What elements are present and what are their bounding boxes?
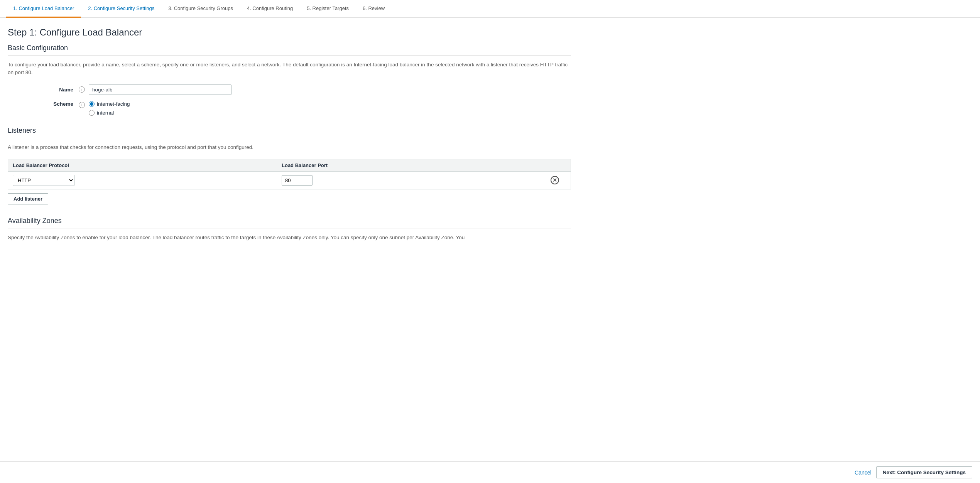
- scheme-radio-group: internet-facing internal: [89, 101, 130, 116]
- tab-register-targets[interactable]: 5. Register Targets: [300, 0, 356, 18]
- availability-title: Availability Zones: [8, 217, 571, 225]
- scheme-internal-option[interactable]: internal: [89, 110, 130, 116]
- listeners-section: Listeners A listener is a process that c…: [8, 127, 571, 204]
- page-title: Step 1: Configure Load Balancer: [8, 27, 571, 38]
- wizard-nav: 1. Configure Load Balancer 2. Configure …: [0, 0, 980, 18]
- scheme-info-icon: i: [79, 102, 85, 108]
- port-input[interactable]: [282, 175, 313, 186]
- scheme-internet-facing-label: internet-facing: [97, 101, 130, 107]
- add-listener-button[interactable]: Add listener: [8, 193, 48, 204]
- tab-configure-load-balancer[interactable]: 1. Configure Load Balancer: [6, 0, 81, 18]
- basic-config-description: To configure your load balancer, provide…: [8, 61, 571, 77]
- scheme-field-row: Scheme i internet-facing internal: [8, 101, 571, 116]
- col-port-header: Load Balancer Port: [282, 162, 551, 168]
- remove-listener-button[interactable]: ✕: [551, 176, 559, 184]
- protocol-select[interactable]: HTTP HTTPS TCP SSL: [13, 175, 74, 186]
- basic-config-title: Basic Configuration: [8, 44, 571, 52]
- tab-review[interactable]: 6. Review: [356, 0, 392, 18]
- listeners-title: Listeners: [8, 127, 571, 135]
- remove-icon: ✕: [553, 177, 557, 183]
- port-cell: [282, 175, 551, 186]
- scheme-internal-label: internal: [97, 110, 114, 116]
- listener-row: HTTP HTTPS TCP SSL ✕: [8, 171, 571, 189]
- protocol-cell: HTTP HTTPS TCP SSL: [13, 175, 282, 186]
- scheme-internet-facing-radio[interactable]: [89, 101, 95, 107]
- availability-description: Specify the Availability Zones to enable…: [8, 234, 571, 242]
- name-input[interactable]: [89, 84, 231, 95]
- actions-cell: ✕: [551, 176, 566, 184]
- listeners-divider: [8, 138, 571, 138]
- tab-configure-security-settings[interactable]: 2. Configure Security Settings: [81, 0, 161, 18]
- col-protocol-header: Load Balancer Protocol: [13, 162, 282, 168]
- tab-configure-routing[interactable]: 4. Configure Routing: [240, 0, 300, 18]
- scheme-label: Scheme: [39, 101, 73, 107]
- main-content: Step 1: Configure Load Balancer Basic Co…: [0, 18, 579, 280]
- col-actions-header: [551, 162, 566, 168]
- availability-section: Availability Zones Specify the Availabil…: [8, 217, 571, 242]
- name-info-icon: i: [79, 86, 85, 93]
- scheme-internal-radio[interactable]: [89, 110, 95, 116]
- basic-config-divider: [8, 55, 571, 56]
- name-field-row: Name i: [8, 84, 571, 95]
- availability-divider: [8, 228, 571, 228]
- listeners-table-header: Load Balancer Protocol Load Balancer Por…: [8, 159, 571, 171]
- tab-configure-security-groups[interactable]: 3. Configure Security Groups: [161, 0, 240, 18]
- name-label: Name: [39, 87, 73, 93]
- listeners-description: A listener is a process that checks for …: [8, 144, 571, 151]
- scheme-internet-facing-option[interactable]: internet-facing: [89, 101, 130, 107]
